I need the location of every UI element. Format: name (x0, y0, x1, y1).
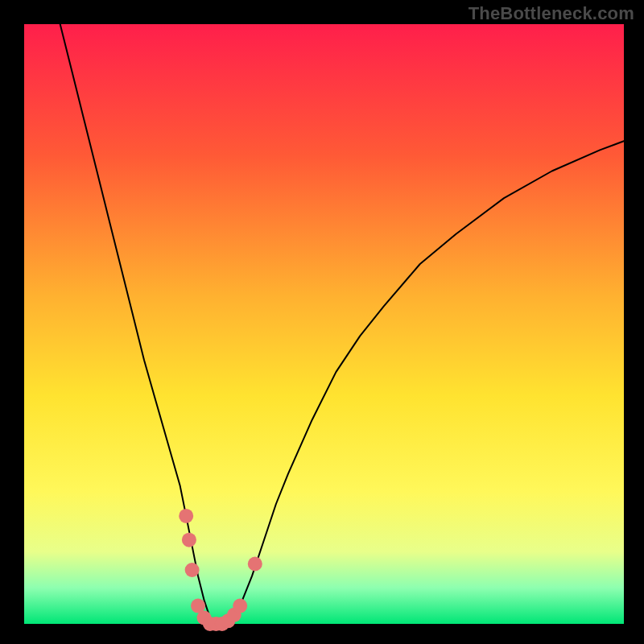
watermark-text: TheBottleneck.com (469, 3, 634, 24)
chart-stage: TheBottleneck.com (0, 0, 644, 644)
marker-point (179, 509, 193, 523)
plot-background (24, 24, 624, 624)
bottleneck-chart (0, 0, 644, 644)
marker-point (248, 557, 262, 572)
marker-point (233, 599, 247, 613)
marker-point (182, 533, 196, 547)
marker-point (185, 563, 200, 577)
